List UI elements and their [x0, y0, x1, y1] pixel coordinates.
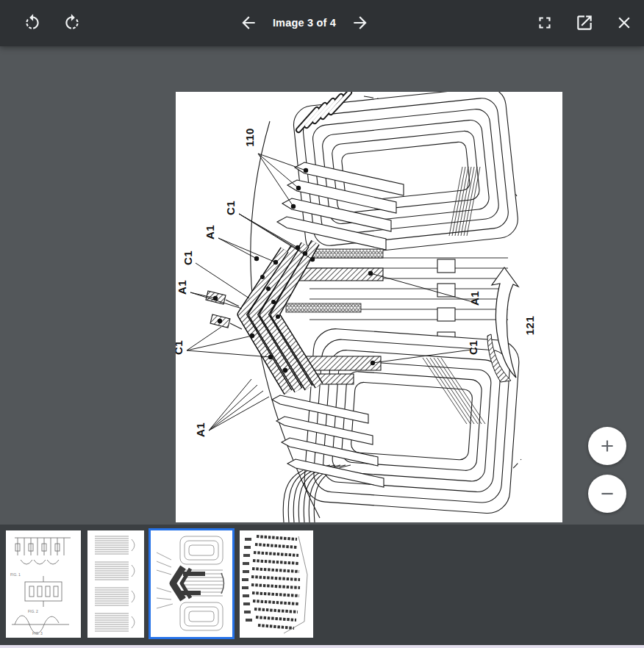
toolbar-right-group — [530, 8, 639, 37]
minus-icon — [598, 484, 617, 503]
figure-label: A1 — [204, 225, 216, 240]
toolbar: Image 3 of 4 — [0, 0, 644, 46]
arrow-forward-icon — [351, 13, 370, 32]
rotate-right-icon — [62, 13, 82, 32]
rotate-right-button[interactable] — [57, 8, 87, 37]
thumbnail-4-image — [240, 530, 313, 638]
fullscreen-button[interactable] — [530, 8, 559, 37]
rotate-left-icon — [23, 13, 42, 32]
thumbnail-1-image: FIG. 1 FIG. 2 FIG. 3 — [6, 530, 81, 638]
thumbnail-2[interactable] — [87, 530, 144, 638]
zoom-out-button[interactable] — [588, 475, 626, 513]
figure-label: 110 — [243, 128, 256, 147]
fig-label-3: FIG. 3 — [32, 631, 43, 636]
page-title: Image 3 of 4 — [269, 17, 340, 29]
lead-hooks — [206, 291, 242, 329]
figure-label: A1 — [194, 422, 207, 437]
close-icon — [615, 13, 634, 32]
figure-label: A1 — [176, 280, 188, 295]
fig-label-2: FIG. 2 — [28, 609, 38, 613]
close-button[interactable] — [609, 8, 639, 37]
figure-label: C1 — [467, 340, 479, 355]
thumbnail-filmstrip: FIG. 1 FIG. 2 FIG. 3 — [0, 525, 644, 645]
patent-drawing: 110C1A1C1A1C1A1A1C1121 — [176, 92, 562, 522]
bottom-coil-group — [303, 328, 520, 515]
figure-label: A1 — [468, 291, 481, 306]
open-in-new-icon — [575, 13, 594, 32]
figure-label: C1 — [176, 340, 185, 355]
thumbnail-1[interactable]: FIG. 1 FIG. 2 FIG. 3 — [6, 530, 81, 638]
thumbnail-2-image — [87, 530, 144, 638]
winding-bundle — [242, 242, 319, 392]
toolbar-center-group: Image 3 of 4 — [234, 8, 375, 37]
rotate-left-button[interactable] — [18, 8, 47, 37]
thumbnail-4[interactable] — [240, 530, 313, 638]
arrow-back-icon — [239, 13, 258, 32]
image-canvas[interactable]: 110C1A1C1A1C1A1A1C1121 — [176, 92, 562, 522]
toolbar-left-group — [18, 8, 87, 37]
next-image-button[interactable] — [346, 8, 375, 37]
plus-icon — [598, 436, 617, 456]
previous-image-button[interactable] — [234, 8, 263, 37]
fig-label-1: FIG. 1 — [10, 572, 21, 577]
image-viewer-app: Image 3 of 4 — [0, 0, 644, 648]
fullscreen-icon — [535, 13, 554, 32]
figure-label: 121 — [523, 316, 536, 336]
page-below-edge — [0, 645, 644, 648]
thumbnail-3-image — [151, 530, 232, 637]
figure-label: C1 — [182, 251, 194, 265]
thumbnail-3[interactable] — [149, 528, 235, 639]
zoom-in-button[interactable] — [588, 427, 626, 465]
open-in-new-button[interactable] — [570, 8, 599, 37]
figure-label: C1 — [224, 201, 237, 215]
